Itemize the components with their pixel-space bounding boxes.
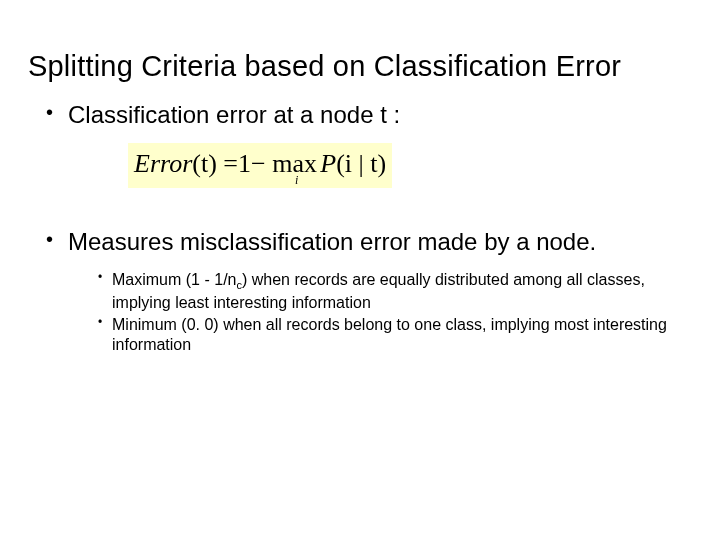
formula-eq: = bbox=[223, 149, 238, 178]
formula-lhs: Error bbox=[134, 149, 192, 178]
subbullet-minimum: Minimum (0. 0) when all records belong t… bbox=[98, 315, 692, 355]
formula-one: 1 bbox=[238, 149, 251, 178]
formula-sub-i: i bbox=[295, 173, 298, 187]
bullet-measures: Measures misclassification error made by… bbox=[46, 228, 692, 256]
subbullet-maximum: Maximum (1 - 1/nc) when records are equa… bbox=[98, 270, 692, 313]
bullet-classification-error: Classification error at a node t : bbox=[46, 101, 692, 129]
formula-P: P bbox=[320, 149, 336, 178]
formula-arg: (t) bbox=[192, 149, 217, 178]
formula-block: Error(t) =1− maxiP(i | t) bbox=[128, 143, 692, 188]
error-formula: Error(t) =1− maxiP(i | t) bbox=[128, 143, 392, 188]
slide-title: Splitting Criteria based on Classificati… bbox=[28, 50, 692, 83]
formula-minus: − bbox=[251, 149, 266, 178]
formula-cond: (i | t) bbox=[336, 149, 386, 178]
sub-max-a: Maximum (1 - 1/n bbox=[112, 271, 236, 288]
